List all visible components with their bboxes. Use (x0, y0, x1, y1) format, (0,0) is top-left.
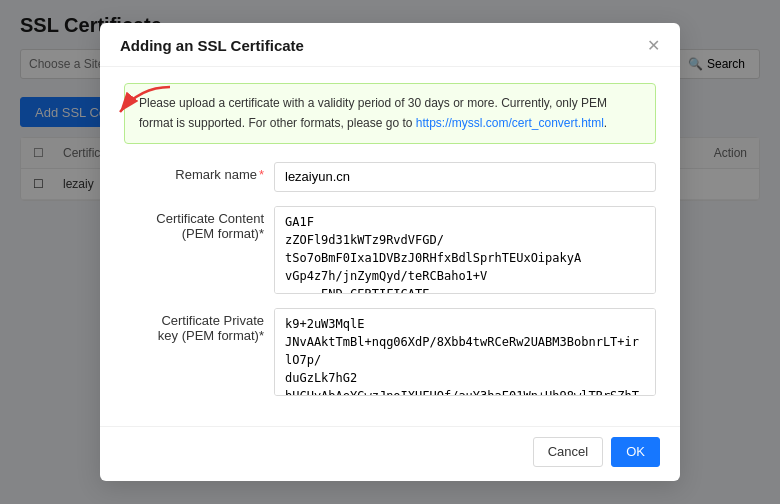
cert-content-row: Certificate Content (PEM format)* GA1F z… (124, 206, 656, 294)
notice-box: Please upload a certificate with a valid… (124, 83, 656, 143)
remark-label: Remark name* (124, 162, 274, 182)
add-ssl-modal: Adding an SSL Certificate ✕ Please uploa… (100, 23, 680, 480)
remark-input[interactable] (274, 162, 656, 192)
modal-body: Please upload a certificate with a valid… (100, 67, 680, 425)
modal-title: Adding an SSL Certificate (120, 37, 304, 54)
ok-button[interactable]: OK (611, 437, 660, 467)
notice-text-end: . (604, 116, 607, 130)
modal-overlay: Adding an SSL Certificate ✕ Please uploa… (0, 0, 780, 504)
remark-row: Remark name* (124, 162, 656, 192)
cert-content-textarea[interactable]: GA1F zZOFl9d31kWTz9RvdVFGD/ tSo7oBmF0Ixa… (274, 206, 656, 294)
cert-content-label: Certificate Content (PEM format)* (124, 206, 274, 241)
cert-key-row: Certificate Private key (PEM format)* k9… (124, 308, 656, 396)
modal-header: Adding an SSL Certificate ✕ (100, 23, 680, 67)
notice-link[interactable]: https://myssl.com/cert_convert.html (416, 116, 604, 130)
cert-key-label: Certificate Private key (PEM format)* (124, 308, 274, 343)
modal-footer: Cancel OK (100, 426, 680, 481)
modal-close-button[interactable]: ✕ (647, 38, 660, 54)
cert-key-textarea[interactable]: k9+2uW3MqlE JNvAAktTmBl+nqg06XdP/8Xbb4tw… (274, 308, 656, 396)
cancel-button[interactable]: Cancel (533, 437, 603, 467)
page-container: SSL Certificate SSL Come From Issue or n… (0, 0, 780, 504)
